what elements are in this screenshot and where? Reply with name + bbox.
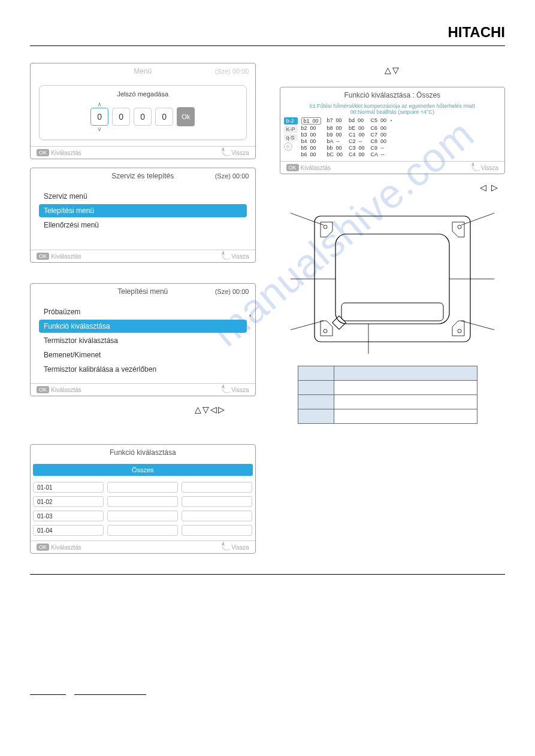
- nav-arrows-top: △▽: [280, 65, 506, 75]
- spec-table: [298, 366, 477, 424]
- unit-cell[interactable]: [107, 511, 178, 521]
- unit-cell[interactable]: [182, 482, 252, 493]
- foot-back: Vissza: [222, 253, 249, 260]
- select-label: Kiválasztás: [51, 387, 81, 393]
- panel1-foot-back: Vissza: [222, 149, 249, 156]
- param-cell[interactable]: C3 00: [349, 145, 365, 151]
- foot-select: OKKiválasztás: [37, 253, 81, 260]
- unit-cell[interactable]: [107, 525, 178, 536]
- password-card: Jelszó megadása ∧ 0 ∨ 0 0 0 Ok: [39, 85, 247, 140]
- back-label: Vissza: [481, 165, 498, 171]
- param-cell[interactable]: C6 00: [371, 125, 387, 131]
- param-cell[interactable]: b6 00: [301, 151, 321, 157]
- param-cell[interactable]: C2 --: [349, 138, 365, 144]
- unit-cell[interactable]: [107, 482, 178, 493]
- panel3-time: (Sze) 00:00: [215, 288, 249, 295]
- unit-cell[interactable]: [182, 496, 252, 507]
- param-cell[interactable]: b4 00: [301, 138, 321, 144]
- param-cell[interactable]: C7 00: [371, 132, 387, 138]
- up-arrow-icon[interactable]: ∧: [97, 101, 102, 108]
- pwd-digit-1[interactable]: 0: [90, 108, 108, 126]
- unit-cell[interactable]: 01-04: [33, 525, 104, 536]
- ok-pill-icon: OK: [37, 544, 49, 551]
- panel3-title-text: Telepítési menü: [117, 287, 168, 296]
- svg-line-8: [461, 213, 494, 225]
- menu-item[interactable]: Bemenet/Kimenet: [39, 348, 247, 362]
- panel4-title-text: Funkció kiválasztása: [110, 448, 176, 457]
- all-button[interactable]: Összes: [33, 464, 253, 476]
- param-cell[interactable]: bd 00: [349, 117, 365, 125]
- back-label: Vissza: [231, 387, 249, 393]
- ok-pill-icon: OK: [37, 253, 49, 260]
- back-label: Vissza: [231, 544, 249, 551]
- unit-cell[interactable]: 01-03: [33, 511, 104, 521]
- service-panel: Szerviz és telepítés (Sze) 00:00 Szerviz…: [30, 168, 256, 263]
- param-cell[interactable]: b1 00: [301, 117, 321, 125]
- range-tab[interactable]: q-S: [284, 134, 298, 141]
- param-cell[interactable]: C9 --: [371, 145, 387, 151]
- unit-cell[interactable]: 01-01: [33, 482, 104, 493]
- unit-cell[interactable]: [107, 496, 178, 507]
- ok-pill-icon: OK: [286, 164, 299, 171]
- range-tab[interactable]: K-P: [284, 126, 298, 133]
- unit-cell[interactable]: [182, 511, 252, 521]
- undo-icon: [471, 163, 480, 172]
- param-cell[interactable]: b8 00: [327, 125, 343, 131]
- menu-item[interactable]: Termisztor kiválasztása: [39, 334, 247, 347]
- menu-item[interactable]: Ellenőrzési menü: [39, 218, 247, 232]
- param-cell[interactable]: CA --: [371, 151, 387, 157]
- menu-item[interactable]: Telepítési menü: [39, 204, 247, 217]
- pwd-digit-3[interactable]: 0: [134, 108, 152, 126]
- panel4-title: Funkció kiválasztása: [31, 445, 255, 460]
- param-cell[interactable]: bE 00: [349, 125, 365, 131]
- select-label: Kiválasztás: [51, 544, 81, 551]
- svg-line-7: [291, 213, 324, 225]
- panel1-title-text: Menü: [134, 67, 152, 75]
- param-cell[interactable]: C8 00: [371, 138, 387, 144]
- cassette-diagram: [291, 204, 494, 354]
- svg-point-3: [324, 225, 327, 229]
- svg-point-5: [324, 329, 327, 333]
- param-cell[interactable]: b5 00: [301, 145, 321, 151]
- panel2-time: (Sze) 00:00: [215, 172, 249, 180]
- back-label: Vissza: [231, 253, 249, 260]
- menu-item[interactable]: Funkció kiválasztása: [39, 320, 247, 333]
- panel5-title: Funkció kiválasztása : Összes: [280, 87, 505, 103]
- param-cell[interactable]: C4 00: [349, 151, 365, 157]
- password-panel: Menü (Sze) 00:00 Jelszó megadása ∧ 0 ∨ 0: [30, 63, 256, 159]
- foot-back: Vissza: [472, 164, 498, 171]
- menu-item[interactable]: Próbaüzem: [39, 305, 247, 318]
- menu-item[interactable]: Szerviz menü: [39, 190, 247, 203]
- foot-back: Vissza: [222, 386, 249, 393]
- param-cell[interactable]: bA --: [327, 138, 343, 144]
- param-cell[interactable]: C5 00: [371, 117, 387, 125]
- panel2-title: Szerviz és telepítés (Sze) 00:00: [31, 168, 255, 184]
- param-cell[interactable]: bC 00: [327, 151, 343, 157]
- svg-line-9: [291, 321, 324, 330]
- undo-icon: [222, 385, 230, 394]
- range-tab[interactable]: b-J: [284, 117, 298, 125]
- menu-item[interactable]: Termisztor kalibrálása a vezérlőben: [39, 363, 247, 376]
- scroll-dots: ●····: [390, 117, 392, 157]
- unit-cell[interactable]: [182, 525, 252, 536]
- param-cell[interactable]: bb 00: [327, 145, 343, 151]
- param-cell[interactable]: C1 00: [349, 132, 365, 138]
- pwd-digit-2[interactable]: 0: [112, 108, 130, 126]
- gear-icon[interactable]: ⚙: [284, 142, 292, 151]
- param-cell[interactable]: b3 00: [301, 132, 321, 138]
- panel1-foot-select: OK Kiválasztás: [37, 149, 81, 156]
- param-cell[interactable]: b2 00: [301, 125, 321, 131]
- select-label: Kiválasztás: [51, 150, 81, 156]
- panel5-subtitle-1: b1:Fűtési hőmérséklet kompenzációja az e…: [280, 103, 505, 109]
- unit-cell[interactable]: 01-02: [33, 496, 104, 507]
- param-cell[interactable]: b7 00: [327, 117, 343, 125]
- panel1-title: Menü (Sze) 00:00: [31, 63, 255, 79]
- down-arrow-icon[interactable]: ∨: [97, 126, 102, 132]
- pwd-ok-button[interactable]: Ok: [177, 107, 195, 126]
- param-cell[interactable]: b9 00: [327, 132, 343, 138]
- panel1-time: (Sze) 00:00: [215, 68, 249, 75]
- svg-rect-2: [341, 303, 443, 321]
- foot-select: OKKiválasztás: [37, 544, 81, 551]
- back-label: Vissza: [231, 150, 249, 156]
- pwd-digit-4[interactable]: 0: [155, 108, 173, 126]
